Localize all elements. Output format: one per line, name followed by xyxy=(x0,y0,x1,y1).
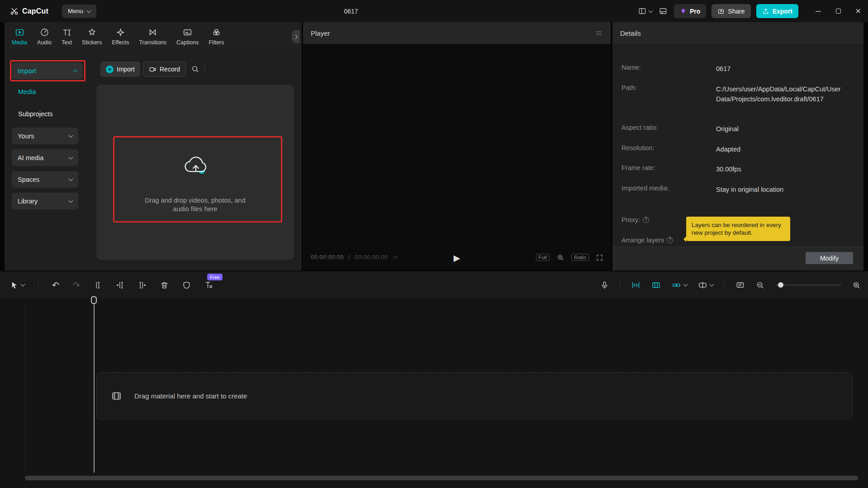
tab-captions[interactable]: Captions xyxy=(176,28,199,46)
chevron-up-icon xyxy=(73,69,78,74)
split-button[interactable] xyxy=(94,281,102,289)
timeline-settings-button[interactable] xyxy=(735,281,745,289)
share-icon xyxy=(717,8,725,15)
tab-label: Text xyxy=(62,39,72,46)
undo-button[interactable]: ↶ xyxy=(52,281,59,289)
select-tool-button[interactable] xyxy=(10,281,24,289)
media-dropzone[interactable]: Drag and drop videos, photos, and audio … xyxy=(96,85,294,260)
magnetic-snap-toggle[interactable] xyxy=(631,280,640,290)
framerate-value[interactable]: 30.00fps xyxy=(716,164,856,174)
tab-label: Audio xyxy=(37,39,52,46)
sidebar-dropdown-yours[interactable]: Yours xyxy=(12,128,78,144)
media-tabbar: Media Audio Text Stickers Effects Transi… xyxy=(5,22,302,51)
aspect-label: Aspect ratio: xyxy=(621,124,658,131)
detail-row-name: Name: 0617 xyxy=(621,64,857,71)
time-separator: / xyxy=(348,254,350,261)
sidebar-item-subprojects[interactable]: Subprojects xyxy=(18,110,53,118)
bottom-panel-toggle-button[interactable] xyxy=(659,7,668,15)
playhead-handle[interactable] xyxy=(91,296,97,304)
modify-button[interactable]: Modify xyxy=(806,252,853,264)
delete-right-button[interactable] xyxy=(138,281,147,289)
tabbar-scroll-right-button[interactable] xyxy=(292,30,300,43)
minimize-button[interactable]: ─ xyxy=(808,0,828,22)
tab-label: Media xyxy=(12,39,27,46)
sidebar-dropdown-library[interactable]: Library xyxy=(12,193,78,209)
share-button[interactable]: Share xyxy=(711,4,750,18)
voiceover-mic-button[interactable] xyxy=(600,281,609,289)
export-button[interactable]: Export xyxy=(756,4,798,18)
help-icon[interactable]: ? xyxy=(643,217,649,223)
details-panel: Details Name: 0617 Path: C:/Users/user/A… xyxy=(612,22,863,270)
full-toggle[interactable]: Full xyxy=(536,254,550,261)
yours-label: Yours xyxy=(18,133,34,140)
divider xyxy=(620,280,620,290)
record-button[interactable]: Record xyxy=(143,62,186,77)
imported-value[interactable]: Stay in original location xyxy=(716,185,856,194)
zoom-in-button[interactable] xyxy=(852,281,861,289)
tab-text[interactable]: Text xyxy=(62,28,72,46)
arrange-layers-label: Arrange layers xyxy=(621,237,664,244)
resolution-label: Resolution: xyxy=(621,144,655,152)
tab-audio[interactable]: Audio xyxy=(37,28,52,46)
zoom-slider-handle[interactable] xyxy=(778,282,783,288)
ratio-toggle[interactable]: Ratio xyxy=(571,254,589,261)
sidebar-item-media[interactable]: Media xyxy=(18,88,36,95)
delete-left-button[interactable] xyxy=(116,281,124,289)
details-footer: Modify xyxy=(612,246,863,270)
timeline-area[interactable]: Drag material here and start to create xyxy=(0,298,868,488)
capcut-window: CapCut Menu 0617 Pro xyxy=(0,0,868,488)
track-options-button[interactable] xyxy=(698,280,713,290)
divider xyxy=(204,64,205,74)
chevron-down-icon xyxy=(710,282,714,287)
zoom-out-button[interactable] xyxy=(756,281,764,289)
maximize-icon xyxy=(836,9,841,14)
tab-effects[interactable]: Effects xyxy=(112,28,129,46)
scissors-logo-icon xyxy=(10,7,19,15)
sidebar-item-import[interactable]: Import xyxy=(12,62,83,79)
sidebar-import-label: Import xyxy=(18,67,36,75)
timeline-zoom-slider[interactable] xyxy=(775,284,841,285)
sidebar-dropdown-ai-media[interactable]: AI media xyxy=(12,149,78,166)
cloud-upload-icon xyxy=(182,152,209,180)
details-header: Details xyxy=(612,22,863,44)
path-value: C:/Users/user/AppData/Local/CapCut/User … xyxy=(716,84,841,104)
link-clips-toggle[interactable] xyxy=(672,280,687,290)
audio-icon xyxy=(40,28,49,37)
maximize-button[interactable] xyxy=(828,0,848,22)
tab-stickers[interactable]: Stickers xyxy=(82,28,102,46)
play-button[interactable]: ▶ xyxy=(454,253,460,263)
player-menu-icon[interactable] xyxy=(595,29,603,37)
duration-options-icon[interactable] xyxy=(392,254,399,260)
menu-button[interactable]: Menu xyxy=(62,5,96,18)
horizontal-scrollbar[interactable] xyxy=(25,476,858,480)
help-icon[interactable]: ? xyxy=(667,237,673,243)
sidebar-dropdown-spaces[interactable]: Spaces xyxy=(12,171,78,188)
resolution-value[interactable]: Adapted xyxy=(716,144,856,154)
pro-button[interactable]: Pro xyxy=(674,4,706,18)
delete-button[interactable] xyxy=(160,281,169,289)
redo-button[interactable]: ↷ xyxy=(73,281,80,289)
preview-frame-toggle[interactable] xyxy=(651,280,661,290)
timeline-dropzone[interactable]: Drag material here and start to create xyxy=(96,372,853,419)
preview-zoom-icon[interactable] xyxy=(556,253,564,261)
search-icon[interactable] xyxy=(191,65,199,73)
current-time: 00:00:00:00 xyxy=(311,254,344,261)
library-label: Library xyxy=(18,198,38,205)
close-button[interactable]: × xyxy=(848,0,868,22)
media-icon xyxy=(15,28,24,37)
share-label: Share xyxy=(728,8,745,15)
export-icon xyxy=(762,8,769,15)
player-header: Player xyxy=(303,22,611,44)
text-removal-button[interactable]: Free xyxy=(204,280,213,289)
tab-filters[interactable]: Filters xyxy=(209,28,224,46)
fullscreen-icon[interactable] xyxy=(596,254,603,261)
effects-icon xyxy=(116,28,125,37)
mask-button[interactable] xyxy=(182,281,191,289)
tab-transitions[interactable]: Transitions xyxy=(139,28,166,46)
panel-layout-button[interactable] xyxy=(638,7,652,15)
tab-media[interactable]: Media xyxy=(12,28,27,46)
toolbar-left-group: ↶ ↷ Free xyxy=(10,271,213,298)
detail-row-aspect: Aspect ratio: Original xyxy=(621,124,857,131)
import-media-button[interactable]: + Import xyxy=(100,62,140,77)
aspect-value[interactable]: Original xyxy=(716,124,856,134)
